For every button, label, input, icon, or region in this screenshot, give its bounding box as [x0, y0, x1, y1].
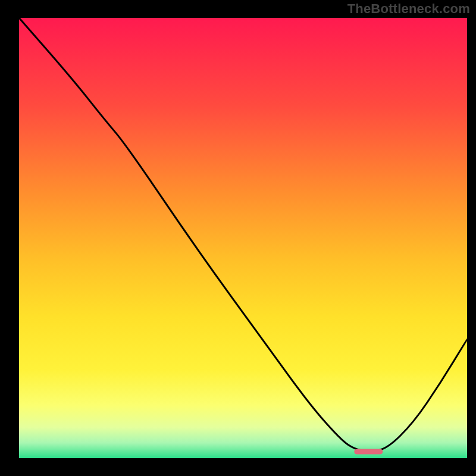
bottleneck-chart — [0, 0, 476, 476]
chart-container: TheBottleneck.com — [0, 0, 476, 476]
optimum-marker — [354, 449, 383, 454]
watermark-label: TheBottleneck.com — [347, 1, 470, 17]
plot-background — [19, 18, 467, 458]
